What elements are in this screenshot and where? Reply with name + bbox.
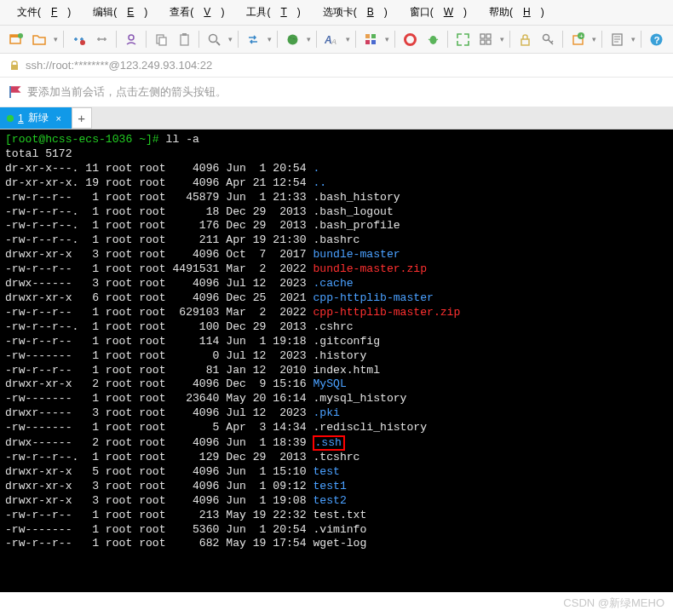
hint-bar: 要添加当前会话，点击左侧的箭头按钮。: [0, 78, 673, 107]
svg-point-27: [543, 34, 549, 40]
svg-rect-8: [182, 33, 187, 36]
menu-bar: 文件(F) 编辑(E) 查看(V) 工具(T) 选项卡(B) 窗口(W) 帮助(…: [0, 0, 673, 26]
svg-rect-39: [11, 65, 18, 70]
disconnect-icon[interactable]: [67, 29, 89, 49]
dropdown-icon[interactable]: ▾: [51, 29, 60, 49]
dropdown-icon[interactable]: ▾: [304, 29, 313, 49]
address-bar[interactable]: ssh://root:********@123.249.93.104:22: [0, 54, 673, 78]
key-icon[interactable]: [537, 29, 559, 49]
new-session-icon[interactable]: [5, 29, 27, 49]
record-icon[interactable]: [399, 29, 421, 49]
svg-rect-24: [480, 40, 485, 44]
tab-session[interactable]: 1 新绿 ×: [0, 107, 72, 129]
svg-rect-6: [159, 37, 166, 45]
palette-icon[interactable]: [360, 29, 382, 49]
svg-line-20: [429, 39, 430, 40]
dropdown-icon[interactable]: ▾: [343, 29, 352, 49]
svg-point-9: [209, 34, 216, 42]
svg-rect-14: [365, 34, 370, 38]
menu-help[interactable]: 帮助(H): [479, 3, 555, 22]
paste-icon[interactable]: [173, 29, 195, 49]
svg-rect-25: [486, 40, 491, 44]
menu-tools[interactable]: 工具(T): [236, 3, 310, 22]
grid-icon[interactable]: [475, 29, 497, 49]
svg-line-10: [216, 42, 220, 45]
dropdown-icon[interactable]: ▾: [383, 29, 391, 49]
copy-icon[interactable]: [150, 29, 172, 49]
menu-view[interactable]: 查看(V): [159, 3, 234, 22]
open-folder-icon[interactable]: [28, 29, 50, 49]
menu-edit[interactable]: 编辑(E): [83, 3, 158, 22]
lock-icon: [9, 60, 20, 72]
menu-window[interactable]: 窗口(W): [400, 3, 477, 22]
help-icon[interactable]: ?: [645, 29, 667, 49]
dropdown-icon[interactable]: ▾: [590, 29, 598, 49]
dropdown-icon[interactable]: ▾: [265, 29, 273, 49]
svg-rect-17: [371, 40, 376, 44]
svg-point-3: [80, 40, 85, 45]
bug-icon[interactable]: [422, 29, 444, 49]
svg-rect-7: [181, 35, 188, 45]
lock-icon[interactable]: [514, 29, 536, 49]
dropdown-icon[interactable]: ▾: [226, 29, 234, 49]
address-text: ssh://root:********@123.249.93.104:22: [26, 59, 212, 72]
svg-rect-26: [521, 39, 529, 45]
font-icon[interactable]: AA: [320, 29, 342, 49]
dropdown-icon[interactable]: ▾: [498, 29, 506, 49]
tab-bar: 1 新绿 × +: [0, 107, 673, 130]
reconnect-icon[interactable]: [90, 29, 112, 49]
svg-point-4: [129, 35, 134, 40]
menu-tabs[interactable]: 选项卡(B): [313, 3, 398, 22]
svg-text:+: +: [579, 32, 584, 40]
dropdown-icon[interactable]: ▾: [629, 29, 637, 49]
hint-text: 要添加当前会话，点击左侧的箭头按钮。: [27, 84, 227, 100]
svg-line-29: [551, 41, 553, 43]
tab-number: 1: [18, 112, 24, 124]
add-icon[interactable]: +: [567, 29, 589, 49]
transfer-icon[interactable]: [242, 29, 264, 49]
flag-icon[interactable]: [9, 85, 22, 99]
svg-line-21: [436, 39, 438, 40]
svg-point-19: [429, 36, 436, 44]
status-dot-icon: [7, 115, 14, 122]
search-icon[interactable]: [203, 29, 225, 49]
svg-text:?: ?: [653, 35, 659, 45]
svg-point-2: [18, 33, 23, 38]
svg-text:A: A: [331, 37, 336, 46]
svg-point-18: [405, 34, 415, 44]
expand-icon[interactable]: [452, 29, 474, 49]
svg-rect-16: [365, 40, 370, 44]
menu-file[interactable]: 文件(F): [7, 3, 81, 22]
svg-rect-15: [371, 34, 376, 38]
terminal[interactable]: [root@hcss-ecs-1036 ~]# ll -a total 5172…: [0, 130, 673, 592]
svg-rect-22: [480, 34, 485, 38]
close-icon[interactable]: ×: [53, 112, 65, 124]
profile-icon[interactable]: [120, 29, 142, 49]
svg-point-11: [287, 34, 297, 44]
globe-icon[interactable]: [281, 29, 303, 49]
toolbar: ▾ ▾ ▾ ▾ AA ▾ ▾ ▾ + ▾ ▾ ?: [0, 26, 673, 54]
watermark: CSDN @新绿MEHO: [563, 596, 664, 611]
new-tab-button[interactable]: +: [72, 107, 92, 129]
script-icon[interactable]: [606, 29, 628, 49]
tab-title: 新绿: [28, 111, 49, 125]
svg-rect-23: [486, 34, 491, 38]
